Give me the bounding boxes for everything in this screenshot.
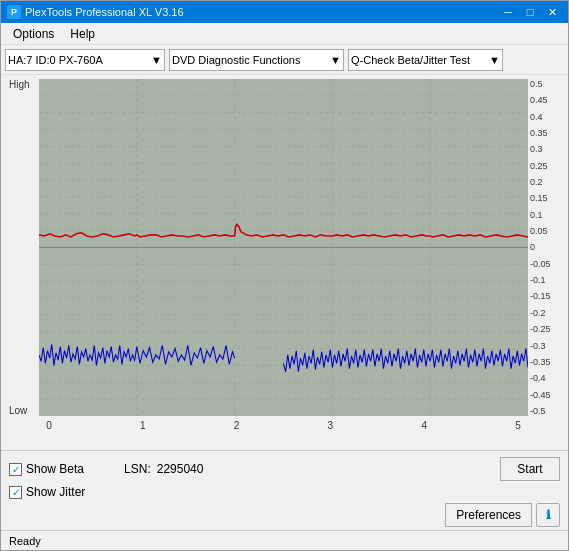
lsn-label: LSN:	[124, 462, 151, 476]
y-label-5: 0.25	[530, 161, 558, 171]
close-button[interactable]: ✕	[542, 4, 562, 20]
y-label-3: 0.35	[530, 128, 558, 138]
status-bar: Ready	[1, 530, 568, 550]
x-label-3: 3	[320, 420, 340, 431]
show-beta-label: Show Beta	[26, 462, 84, 476]
drive-arrow: ▼	[151, 54, 162, 66]
x-label-5: 5	[508, 420, 528, 431]
drive-value: HA:7 ID:0 PX-760A	[8, 54, 103, 66]
y-label-18: -0.4	[530, 373, 558, 383]
title-bar: P PlexTools Professional XL V3.16 ─ □ ✕	[1, 1, 568, 23]
menu-help[interactable]: Help	[62, 25, 103, 43]
lsn-section: LSN: 2295040	[124, 462, 203, 476]
y-label-0: 0.5	[530, 79, 558, 89]
y-label-12: -0.1	[530, 275, 558, 285]
show-beta-checkbox[interactable]: ✓	[9, 463, 22, 476]
show-jitter-checkbox-label[interactable]: ✓ Show Jitter	[9, 485, 85, 499]
function-arrow: ▼	[330, 54, 341, 66]
y-label-9: 0.05	[530, 226, 558, 236]
y-high-label: High	[9, 79, 30, 90]
menu-bar: Options Help	[1, 23, 568, 45]
app-icon: P	[7, 5, 21, 19]
show-jitter-label: Show Jitter	[26, 485, 85, 499]
main-window: P PlexTools Professional XL V3.16 ─ □ ✕ …	[0, 0, 569, 551]
function-selector[interactable]: DVD Diagnostic Functions ▼	[169, 49, 344, 71]
chart-svg	[39, 79, 528, 416]
maximize-button[interactable]: □	[520, 4, 540, 20]
show-beta-checkbox-label[interactable]: ✓ Show Beta	[9, 462, 84, 476]
x-label-2: 2	[227, 420, 247, 431]
bottom-panel: ✓ Show Beta LSN: 2295040 Start ✓ Show Ji…	[1, 450, 568, 530]
x-axis: 0 1 2 3 4 5	[39, 416, 528, 446]
y-label-11: -0.05	[530, 259, 558, 269]
y-label-2: 0.4	[530, 112, 558, 122]
chart-plot	[39, 79, 528, 416]
x-label-1: 1	[133, 420, 153, 431]
y-label-16: -0.3	[530, 341, 558, 351]
window-controls: ─ □ ✕	[498, 4, 562, 20]
y-label-14: -0.2	[530, 308, 558, 318]
bottom-row2: ✓ Show Jitter	[1, 483, 568, 501]
y-label-7: 0.15	[530, 193, 558, 203]
lsn-value: 2295040	[157, 462, 204, 476]
y-label-4: 0.3	[530, 144, 558, 154]
test-value: Q-Check Beta/Jitter Test	[351, 54, 470, 66]
preferences-button[interactable]: Preferences	[445, 503, 532, 527]
y-label-6: 0.2	[530, 177, 558, 187]
start-button[interactable]: Start	[500, 457, 560, 481]
drive-selector[interactable]: HA:7 ID:0 PX-760A ▼	[5, 49, 165, 71]
minimize-button[interactable]: ─	[498, 4, 518, 20]
status-text: Ready	[9, 535, 41, 547]
show-jitter-checkbox[interactable]: ✓	[9, 486, 22, 499]
y-label-13: -0.15	[530, 291, 558, 301]
info-button[interactable]: ℹ	[536, 503, 560, 527]
y-label-20: -0.5	[530, 406, 558, 416]
y-label-1: 0.45	[530, 95, 558, 105]
menu-options[interactable]: Options	[5, 25, 62, 43]
chart-area: High Low	[1, 75, 568, 450]
y-label-19: -0.45	[530, 390, 558, 400]
test-arrow: ▼	[489, 54, 500, 66]
window-title: PlexTools Professional XL V3.16	[25, 6, 498, 18]
toolbar: HA:7 ID:0 PX-760A ▼ DVD Diagnostic Funct…	[1, 45, 568, 75]
y-label-17: -0.35	[530, 357, 558, 367]
chart-container: High Low	[9, 79, 560, 446]
y-label-8: 0.1	[530, 210, 558, 220]
y-low-label: Low	[9, 405, 27, 416]
y-label-15: -0.25	[530, 324, 558, 334]
bottom-row3: Preferences ℹ	[1, 501, 568, 529]
function-value: DVD Diagnostic Functions	[172, 54, 300, 66]
y-axis-right: 0.5 0.45 0.4 0.35 0.3 0.25 0.2 0.15 0.1 …	[528, 79, 560, 416]
bottom-row1: ✓ Show Beta LSN: 2295040 Start	[1, 451, 568, 483]
test-selector[interactable]: Q-Check Beta/Jitter Test ▼	[348, 49, 503, 71]
x-label-0: 0	[39, 420, 59, 431]
y-label-10: 0	[530, 242, 558, 252]
x-label-4: 4	[414, 420, 434, 431]
